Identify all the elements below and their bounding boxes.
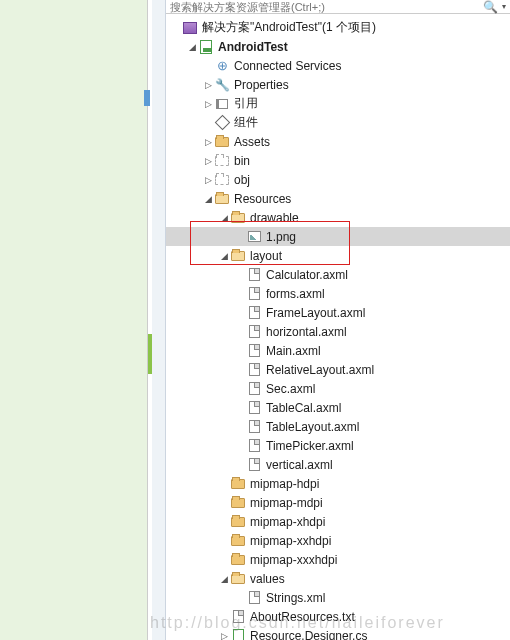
- list-item[interactable]: mipmap-xhdpi: [166, 512, 510, 531]
- solution-icon: [182, 20, 198, 36]
- folder-icon: [230, 476, 246, 492]
- search-icon[interactable]: 🔍: [483, 0, 498, 14]
- wrench-icon: 🔧: [214, 77, 230, 93]
- file-icon: [246, 400, 262, 416]
- components-node[interactable]: 组件: [166, 113, 510, 132]
- references-label: 引用: [234, 95, 258, 112]
- folder-icon: [230, 533, 246, 549]
- references-node[interactable]: ▷ 引用: [166, 94, 510, 113]
- components-label: 组件: [234, 114, 258, 131]
- list-item[interactable]: ▷ Resource.Designer.cs: [166, 626, 510, 640]
- expander-expand-icon[interactable]: ▷: [202, 175, 214, 185]
- connected-services-icon: ⊕: [214, 58, 230, 74]
- expander-expand-icon[interactable]: ▷: [218, 631, 230, 641]
- list-item[interactable]: Main.axml: [166, 341, 510, 360]
- image-icon: [246, 229, 262, 245]
- values-node[interactable]: ◢ values: [166, 569, 510, 588]
- resources-label: Resources: [234, 192, 291, 206]
- expander-expand-icon[interactable]: ▷: [202, 137, 214, 147]
- expander-collapse-icon[interactable]: ◢: [218, 251, 230, 261]
- list-item[interactable]: mipmap-hdpi: [166, 474, 510, 493]
- file-icon: [246, 286, 262, 302]
- list-item[interactable]: TableCal.axml: [166, 398, 510, 417]
- solution-label: 解决方案"AndroidTest"(1 个项目): [202, 19, 376, 36]
- folder-icon: [230, 552, 246, 568]
- obj-label: obj: [234, 173, 250, 187]
- file-icon: [246, 305, 262, 321]
- project-icon: [198, 39, 214, 55]
- project-label: AndroidTest: [218, 40, 288, 54]
- list-item[interactable]: Calculator.axml: [166, 265, 510, 284]
- folder-open-icon: [214, 191, 230, 207]
- expander-collapse-icon[interactable]: ◢: [218, 574, 230, 584]
- file-icon: [230, 609, 246, 625]
- search-dropdown-icon[interactable]: ▾: [502, 2, 506, 11]
- solution-explorer-tree[interactable]: 解决方案"AndroidTest"(1 个项目) ◢ AndroidTest ⊕…: [166, 18, 510, 640]
- drawable-node[interactable]: ◢ drawable: [166, 208, 510, 227]
- list-item[interactable]: mipmap-xxhdpi: [166, 531, 510, 550]
- expander-expand-icon[interactable]: ▷: [202, 99, 214, 109]
- connected-services-node[interactable]: ⊕ Connected Services: [166, 56, 510, 75]
- list-item[interactable]: AboutResources.txt: [166, 607, 510, 626]
- references-icon: [214, 96, 230, 112]
- file-icon: [246, 324, 262, 340]
- connected-services-label: Connected Services: [234, 59, 341, 73]
- list-item[interactable]: mipmap-mdpi: [166, 493, 510, 512]
- list-item[interactable]: Sec.axml: [166, 379, 510, 398]
- panel-separator[interactable]: [152, 0, 166, 640]
- assets-label: Assets: [234, 135, 270, 149]
- list-item[interactable]: FrameLayout.axml: [166, 303, 510, 322]
- file-icon: [246, 381, 262, 397]
- csharp-file-icon: [230, 628, 246, 641]
- file-icon: [246, 419, 262, 435]
- folder-ghost-icon: [214, 172, 230, 188]
- left-empty-panel: [0, 0, 148, 640]
- folder-icon: [230, 514, 246, 530]
- layout-node[interactable]: ◢ layout: [166, 246, 510, 265]
- file-icon: [246, 362, 262, 378]
- search-input[interactable]: [170, 1, 483, 13]
- list-item[interactable]: vertical.axml: [166, 455, 510, 474]
- file-icon: [246, 343, 262, 359]
- file-icon: [246, 267, 262, 283]
- solution-node[interactable]: 解决方案"AndroidTest"(1 个项目): [166, 18, 510, 37]
- expander-expand-icon[interactable]: ▷: [202, 80, 214, 90]
- properties-label: Properties: [234, 78, 289, 92]
- resources-node[interactable]: ◢ Resources: [166, 189, 510, 208]
- list-item[interactable]: horizontal.axml: [166, 322, 510, 341]
- expander-collapse-icon[interactable]: ◢: [186, 42, 198, 52]
- list-item[interactable]: TimePicker.axml: [166, 436, 510, 455]
- list-item[interactable]: TableLayout.axml: [166, 417, 510, 436]
- assets-node[interactable]: ▷ Assets: [166, 132, 510, 151]
- properties-node[interactable]: ▷ 🔧 Properties: [166, 75, 510, 94]
- bin-label: bin: [234, 154, 250, 168]
- list-item[interactable]: Strings.xml: [166, 588, 510, 607]
- solution-explorer-search[interactable]: 🔍 ▾: [166, 0, 510, 14]
- expander-collapse-icon[interactable]: ◢: [202, 194, 214, 204]
- list-item[interactable]: forms.axml: [166, 284, 510, 303]
- folder-icon: [230, 495, 246, 511]
- list-item[interactable]: RelativeLayout.axml: [166, 360, 510, 379]
- expander-collapse-icon[interactable]: ◢: [218, 213, 230, 223]
- bin-node[interactable]: ▷ bin: [166, 151, 510, 170]
- folder-open-icon: [230, 210, 246, 226]
- values-label: values: [250, 572, 285, 586]
- expander-expand-icon[interactable]: ▷: [202, 156, 214, 166]
- layout-label: layout: [250, 249, 282, 263]
- folder-icon: [214, 134, 230, 150]
- obj-node[interactable]: ▷ obj: [166, 170, 510, 189]
- onepng-label: 1.png: [266, 230, 296, 244]
- project-node[interactable]: ◢ AndroidTest: [166, 37, 510, 56]
- folder-ghost-icon: [214, 153, 230, 169]
- file-icon: [246, 438, 262, 454]
- drawable-label: drawable: [250, 211, 299, 225]
- folder-open-icon: [230, 248, 246, 264]
- image-file-node[interactable]: 1.png: [166, 227, 510, 246]
- file-icon: [246, 457, 262, 473]
- file-icon: [246, 590, 262, 606]
- list-item[interactable]: mipmap-xxxhdpi: [166, 550, 510, 569]
- collapsed-tab-marker[interactable]: [144, 90, 150, 106]
- folder-open-icon: [230, 571, 246, 587]
- component-icon: [214, 115, 230, 131]
